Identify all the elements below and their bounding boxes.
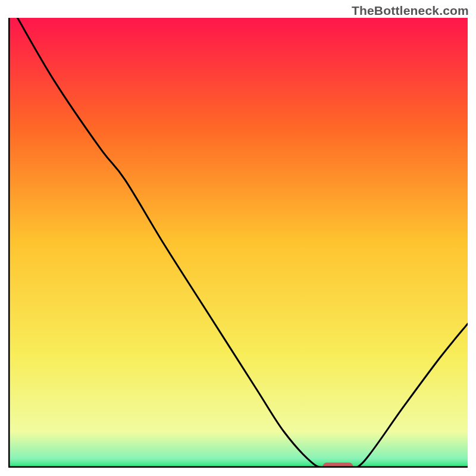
chart-svg: [8, 18, 468, 468]
chart-container: { "attribution": "TheBottleneck.com", "c…: [0, 0, 476, 476]
plot-area: [8, 18, 468, 468]
gradient-background: [8, 18, 468, 468]
attribution-text: TheBottleneck.com: [352, 4, 469, 18]
